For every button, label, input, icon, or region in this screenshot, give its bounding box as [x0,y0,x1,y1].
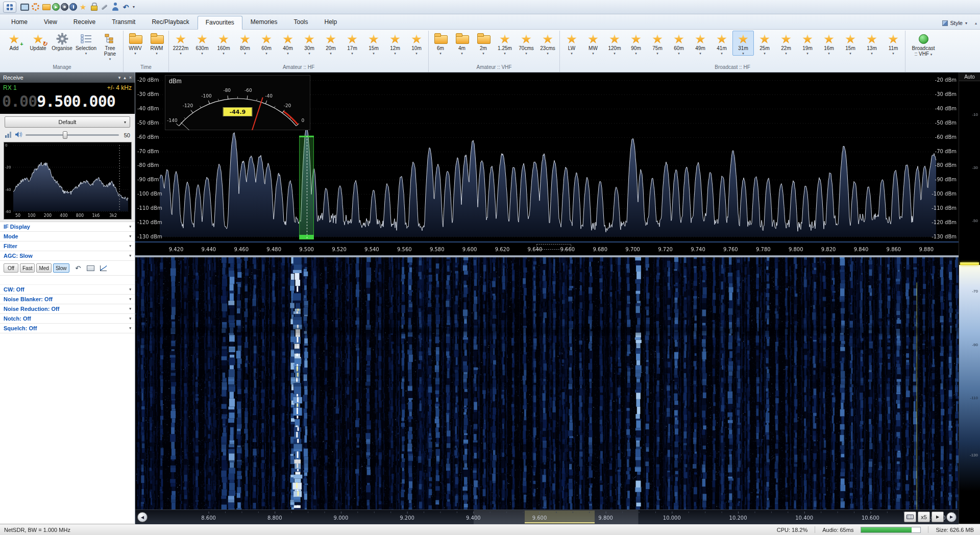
favourite-band-button[interactable]: 630m ▾ [191,31,213,56]
favourite-band-button[interactable]: 22m ▾ [775,31,797,56]
favourite-band-button[interactable]: 15m ▾ [840,31,861,56]
favourite-band-button[interactable]: 12m ▾ [384,31,406,56]
waterfall-display[interactable] [135,257,959,509]
dsp-section-row[interactable]: Mode ▾ [0,232,135,241]
favourite-band-button[interactable]: MW ▾ [582,31,604,56]
favourite-band-button[interactable]: 40m ▾ [277,31,299,56]
agc-mode-button[interactable]: Fast [20,263,35,273]
quick-access-icon[interactable] [61,3,68,11]
favourite-band-button[interactable]: 49m ▾ [690,31,711,56]
dsp-section-row[interactable]: IF Display ▾ [0,222,135,232]
favourite-band-button[interactable]: 30m ▾ [299,31,320,56]
favourite-band-button[interactable]: LW ▾ [561,31,582,56]
favourite-band-button[interactable]: 60m ▾ [256,31,277,56]
close-icon[interactable]: × [129,75,132,80]
agc-mode-button[interactable]: Slow [53,263,69,273]
band-navigator[interactable]: ◀ x5 ▶ ▶ [135,509,959,524]
quick-access-icon[interactable] [121,2,131,12]
ribbon-tab[interactable]: Tools [286,15,316,29]
selection-button[interactable]: Selection ▾ [74,31,98,56]
nav-step-right-button[interactable]: ▶ [932,512,944,522]
zoom-x5-button[interactable]: x5 [918,512,930,522]
favourite-band-button[interactable]: 10m ▾ [406,31,427,56]
chevron-down-icon[interactable]: ▾ [118,75,121,80]
favourite-band-button[interactable]: 16m ▾ [818,31,840,56]
favourite-band-button[interactable]: 25m ▾ [754,31,775,56]
favourite-band-button[interactable]: 2m ▾ [473,31,494,56]
broadcast-vhf-button[interactable]: Broadcast :: VHF ▾ [906,31,940,58]
favourite-band-button[interactable]: 20m ▾ [320,31,341,56]
levels-icon[interactable] [5,131,12,139]
tree-pane-button[interactable]: Tree Pane ▾ [98,31,122,61]
quick-access-icon[interactable] [89,2,99,12]
update-favourite-button[interactable]: ↻ Update [26,31,50,52]
quick-access-icon[interactable] [110,2,120,12]
notes-icon[interactable] [87,264,95,272]
favourite-band-button[interactable]: 75m ▾ [647,31,668,56]
quick-access-icon[interactable] [31,2,40,12]
graph-icon[interactable] [100,264,108,272]
ribbon-tab[interactable]: Transmit [104,15,143,29]
add-favourite-button[interactable]: + Add [2,31,26,52]
quick-access-icon[interactable] [78,2,88,12]
dsp-section-row[interactable]: Notch: Off ▾ [0,314,135,324]
volume-slider-handle[interactable] [63,131,67,139]
favourite-band-button[interactable]: 17m ▾ [341,31,363,56]
dsp-section-row[interactable]: AGC: Slow ▾ [0,251,135,261]
quick-access-icon[interactable] [20,2,30,12]
quick-access-icon[interactable] [100,2,109,12]
quick-access-icon[interactable] [41,2,51,12]
qat-dropdown-icon[interactable]: ▾ [133,5,135,9]
dsp-section-row[interactable]: Filter ▾ [0,241,135,251]
app-menu-button[interactable] [3,2,16,13]
favourite-band-button[interactable]: 1.25m ▾ [494,31,516,56]
favourite-band-button[interactable]: 80m ▾ [234,31,256,56]
undo-icon[interactable]: ↶ [74,264,82,272]
favourite-band-button[interactable]: 120m ▾ [604,31,625,56]
ribbon-tab[interactable]: Receive [65,15,104,29]
dsp-section-row[interactable]: Noise Reduction: Off ▾ [0,304,135,314]
favourite-band-button[interactable]: 15m ▾ [363,31,384,56]
favourite-band-button[interactable]: 11m ▾ [883,31,904,56]
dsp-section-row[interactable]: CW: Off ▾ [0,285,135,295]
ribbon-collapse-icon[interactable]: ▴ [975,21,977,26]
receive-panel-header[interactable]: Receive ▾ ▴ × [0,72,135,83]
dsp-section-row[interactable]: Squelch: Off ▾ [0,324,135,333]
favourite-band-button[interactable]: 41m ▾ [711,31,732,56]
style-label[interactable]: Style [950,20,963,26]
style-dropdown-icon[interactable]: ▾ [965,21,967,26]
favourite-band-button[interactable]: RWM ▾ [146,31,167,56]
agc-mode-button[interactable]: Med [36,263,51,273]
organise-button[interactable]: Organise [50,31,74,52]
quick-access-icon[interactable] [69,3,77,11]
favourite-band-button[interactable]: WWV ▾ [125,31,146,56]
nav-right-button[interactable]: ▶ [946,512,957,522]
filter-width-label[interactable]: +/- 4 kHz [107,84,132,91]
ribbon-tab[interactable]: Rec/Playback [143,15,197,29]
pin-icon[interactable]: ▴ [124,75,126,80]
favourite-band-button[interactable]: 160m ▾ [213,31,234,56]
keyboard-entry-button[interactable] [904,512,916,522]
favourite-band-button[interactable]: 90m ▾ [625,31,647,56]
auto-scale-button[interactable]: Auto [959,72,980,81]
profile-dropdown[interactable]: Default ▾ [5,116,130,128]
spectrum-display[interactable] [135,72,959,255]
favourite-band-button[interactable]: 13m ▾ [861,31,883,56]
favourite-band-button[interactable]: 60m ▾ [668,31,690,56]
agc-mode-button[interactable]: Off [4,263,18,273]
volume-slider[interactable] [26,134,119,136]
favourite-band-button[interactable]: 19m ▾ [797,31,818,56]
ribbon-tab[interactable]: Favourites [198,16,242,30]
speaker-icon[interactable] [15,131,22,139]
audio-spectrum-display[interactable] [4,142,132,220]
ribbon-tab[interactable]: Memories [242,15,286,29]
ribbon-tab[interactable]: Home [3,15,36,29]
frequency-display[interactable]: 0.009.500.000 [0,92,135,114]
favourite-band-button[interactable]: 31m ▾ [732,31,754,56]
band-navigator-scale[interactable] [135,510,959,524]
favourite-band-button[interactable]: 23cms ▾ [537,31,558,56]
ribbon-tab[interactable]: Help [316,15,346,29]
waterfall-canvas[interactable] [135,257,959,509]
dsp-section-row[interactable]: Noise Blanker: Off ▾ [0,295,135,304]
favourite-band-button[interactable]: 6m ▾ [430,31,451,56]
